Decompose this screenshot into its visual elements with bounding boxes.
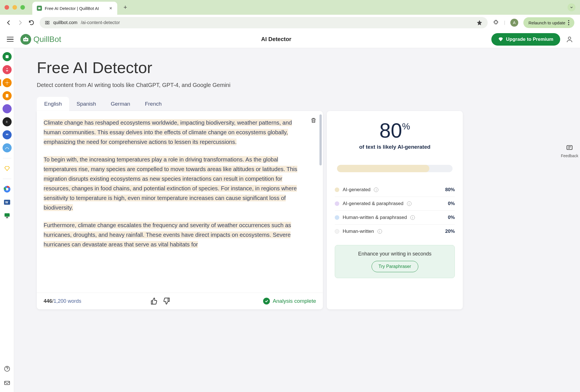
thumbs-up-icon[interactable]	[150, 297, 158, 305]
maximize-window-icon[interactable]	[20, 5, 25, 10]
info-icon[interactable]: i	[410, 215, 415, 220]
svg-rect-22	[5, 381, 10, 385]
bookmark-icon[interactable]	[476, 20, 483, 26]
rail-word-icon[interactable]: W	[3, 198, 12, 207]
new-tab-button[interactable]: +	[123, 4, 127, 11]
tab-english[interactable]: English	[37, 97, 69, 111]
rail-mail-icon[interactable]	[3, 378, 12, 387]
logo-text: QuillBot	[33, 35, 61, 44]
results-panel: 80% of text is likely AI-generated AI-ge…	[327, 111, 463, 309]
tab-favicon-icon	[37, 6, 42, 11]
rail-translator-icon[interactable]: 文	[3, 117, 12, 126]
page-title: Free AI Detector	[37, 58, 564, 77]
enhance-title: Enhance your writing in seconds	[341, 251, 449, 257]
analysis-status: Analysis complete	[263, 298, 316, 304]
rail-grammar-icon[interactable]	[3, 65, 12, 74]
svg-point-13	[6, 82, 8, 84]
feedback-button[interactable]: Feedback	[561, 144, 578, 158]
clear-text-icon[interactable]	[310, 117, 317, 123]
rail-divider	[3, 179, 11, 179]
svg-rect-5	[45, 23, 47, 24]
dot-icon	[335, 229, 339, 234]
page-subtitle: Detect content from AI writing tools lik…	[37, 82, 564, 88]
rail-chrome-icon[interactable]	[3, 185, 12, 194]
editor-para-2: To begin with, the increasing temperatur…	[44, 156, 297, 211]
scrollbar[interactable]	[319, 114, 322, 165]
dot-icon	[335, 188, 339, 192]
minimize-window-icon[interactable]	[12, 5, 17, 10]
svg-rect-12	[5, 55, 8, 58]
extensions-icon[interactable]	[493, 20, 499, 26]
panels: Climate change has reshaped ecosystems w…	[37, 111, 564, 309]
svg-text:文: 文	[5, 121, 8, 123]
tab-german[interactable]: German	[103, 97, 138, 111]
back-button[interactable]	[6, 20, 12, 26]
thumbs-down-icon[interactable]	[163, 297, 170, 305]
url-input[interactable]: quillbot.com/ai-content-detector	[40, 17, 488, 28]
app-header: QuillBot AI Detector Upgrade to Premium	[0, 31, 580, 48]
logo-icon	[20, 34, 31, 45]
tabs-dropdown-icon[interactable]	[568, 3, 575, 11]
window-controls	[5, 5, 25, 10]
rail-help-icon[interactable]	[3, 364, 12, 373]
editor-text-area[interactable]: Climate change has reshaped ecosystems w…	[37, 111, 323, 293]
svg-text:W: W	[5, 201, 8, 204]
tab-french[interactable]: French	[138, 97, 169, 111]
relaunch-button[interactable]: Relaunch to update	[523, 17, 574, 28]
rail-ai-detector-icon[interactable]	[3, 78, 12, 87]
rail-paraphraser-icon[interactable]	[3, 52, 12, 61]
info-icon[interactable]: i	[374, 188, 378, 192]
close-window-icon[interactable]	[5, 5, 9, 10]
forward-button[interactable]	[17, 20, 23, 26]
svg-rect-14	[6, 94, 8, 97]
svg-point-11	[568, 37, 571, 39]
breakdown-list: AI-generated i 80% AI-generated & paraph…	[335, 183, 455, 238]
svg-rect-6	[48, 23, 49, 24]
breakdown-row: AI-generated & paraphrased i 0%	[335, 197, 455, 210]
feedback-thumbs	[150, 297, 170, 305]
feedback-icon	[566, 144, 573, 152]
reload-button[interactable]	[28, 20, 35, 26]
svg-point-9	[26, 39, 27, 40]
svg-rect-23	[567, 146, 572, 150]
svg-rect-0	[38, 7, 40, 9]
editor-footer: 446/1,200 words Analysis complete	[37, 293, 323, 309]
rail-plagiarism-icon[interactable]	[3, 91, 12, 100]
rail-premium-icon[interactable]	[3, 164, 12, 173]
rail-flow-icon[interactable]	[3, 143, 12, 152]
score-block: 80% of text is likely AI-generated	[335, 119, 455, 150]
menu-button[interactable]	[7, 37, 14, 42]
score-bar-fill	[337, 165, 429, 172]
svg-rect-10	[25, 37, 26, 38]
rail-summarizer-icon[interactable]	[3, 104, 12, 113]
svg-point-2	[40, 8, 40, 8]
browser-chrome: Free AI Detector | QuillBot AI + quillbo…	[0, 0, 580, 31]
score-value: 80	[379, 119, 402, 142]
rail-citation-icon[interactable]	[3, 130, 12, 139]
address-bar: quillbot.com/ai-content-detector | A Rel…	[0, 15, 580, 31]
info-icon[interactable]: i	[407, 201, 411, 206]
logo[interactable]: QuillBot	[20, 34, 61, 45]
editor-para-3: Furthermore, climate change escalates th…	[44, 222, 291, 248]
left-rail: 文 W	[0, 48, 14, 392]
tab-spanish[interactable]: Spanish	[69, 97, 103, 111]
breakdown-row: Human-written i 20%	[335, 224, 455, 238]
site-settings-icon[interactable]	[45, 20, 50, 25]
url-host: quillbot.com	[53, 20, 77, 25]
tab-close-icon[interactable]	[109, 6, 113, 10]
try-paraphraser-button[interactable]: Try Paraphraser	[372, 261, 418, 272]
account-icon[interactable]	[566, 36, 573, 43]
more-icon	[568, 20, 569, 25]
word-count: 446/1,200 words	[44, 298, 81, 304]
rail-desktop-icon[interactable]	[3, 211, 12, 220]
svg-rect-3	[45, 21, 47, 22]
main-content: Free AI Detector Detect content from AI …	[14, 48, 580, 392]
upgrade-premium-button[interactable]: Upgrade to Premium	[491, 33, 560, 46]
rail-divider	[3, 158, 11, 158]
enhance-box: Enhance your writing in seconds Try Para…	[335, 245, 455, 278]
profile-avatar[interactable]: A	[510, 19, 518, 27]
info-icon[interactable]: i	[378, 229, 382, 234]
svg-point-1	[39, 8, 39, 8]
dot-icon	[335, 201, 339, 206]
browser-tab[interactable]: Free AI Detector | QuillBot AI	[32, 2, 117, 15]
